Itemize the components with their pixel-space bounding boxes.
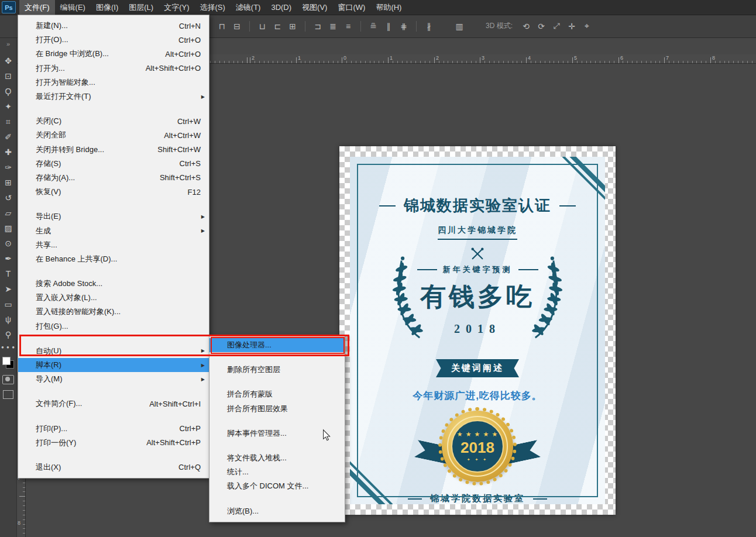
menu-item-close[interactable]: 关闭(C) Ctrl+W ▶	[18, 114, 209, 128]
submenu-item-flatten-all-layer-effects[interactable]: 拼合所有图层效果 ▶	[209, 402, 345, 416]
screen-mode-icon[interactable]	[3, 390, 13, 399]
distribute-vertical-centers-icon[interactable]: ≡	[342, 20, 355, 33]
move-tool[interactable]: ✥	[1, 53, 15, 68]
align-left-edges-icon[interactable]: ⊏	[271, 20, 284, 33]
foreground-color-swatch[interactable]	[2, 357, 11, 365]
menu-image[interactable]: 图像(I)	[91, 0, 123, 15]
align-vertical-centers-icon[interactable]: ⊟	[231, 20, 243, 33]
menu-item-print-one-copy[interactable]: 打印一份(Y) Alt+Shift+Ctrl+P ▶	[18, 436, 209, 450]
distribute-top-icon[interactable]: ≣	[327, 20, 339, 33]
marquee-tool[interactable]: ⊡	[1, 68, 15, 84]
submenu-item-statistics[interactable]: 统计... ▶	[209, 465, 345, 479]
submenu-item-browse[interactable]: 浏览(B)... ▶	[209, 504, 345, 518]
badge-medal: ★ ★ ★ ★ ★ 2018 ✦ ✦ ✦	[442, 411, 513, 482]
title-dash	[559, 205, 576, 206]
quick-selection-tool[interactable]: ✦	[1, 99, 15, 114]
submenu-item-delete-all-empty-layers[interactable]: 删除所有空图层 ▶	[209, 363, 345, 377]
3d-slide-icon[interactable]: ✛	[565, 20, 578, 33]
clone-stamp-tool[interactable]: ⊞	[1, 175, 15, 190]
align-right-edges-icon[interactable]: ⊐	[311, 20, 324, 33]
menu-item-scripts[interactable]: 脚本(R) ▶	[18, 358, 209, 372]
collapse-panels-icon[interactable]: »	[0, 38, 16, 50]
menu-item-print[interactable]: 打印(P)... Ctrl+P ▶	[18, 422, 209, 436]
menu-item-close-all[interactable]: 关闭全部 Alt+Ctrl+W ▶	[18, 128, 209, 142]
file-menu: 新建(N)... Ctrl+N ▶ 打开(O)... Ctrl+O ▶ 在 Br…	[18, 15, 209, 479]
lasso-tool[interactable]: Ϙ	[1, 84, 15, 99]
menu-item-open-as[interactable]: 打开为... Alt+Shift+Ctrl+O ▶	[18, 61, 209, 75]
menu-item-place-embedded[interactable]: 置入嵌入对象(L)... ▶	[18, 291, 209, 305]
menu-file[interactable]: 文件(F)	[19, 0, 55, 15]
menu-item-browse-in-bridge[interactable]: 在 Bridge 中浏览(B)... Alt+Ctrl+O ▶	[18, 47, 209, 61]
3d-rotate-icon[interactable]: ⟲	[520, 20, 532, 33]
distribute-right-icon[interactable]: ∦	[422, 20, 435, 33]
menu-item-search-adobe-stock[interactable]: 搜索 Adobe Stock... ▶	[18, 277, 209, 291]
menu-layer[interactable]: 图层(L)	[123, 0, 159, 15]
menu-item-share[interactable]: 共享... ▶	[18, 238, 209, 252]
distribute-horizontal-centers-icon[interactable]: ⋕	[397, 20, 410, 33]
zoom-tool[interactable]: ⚲	[1, 327, 15, 342]
eraser-tool[interactable]: ▱	[1, 205, 15, 221]
menu-item-generate[interactable]: 生成 ▶	[18, 223, 209, 237]
align-top-edges-icon[interactable]: ⊓	[215, 20, 228, 33]
submenu-item-load-files-into-stack[interactable]: 将文件载入堆栈... ▶	[209, 451, 345, 465]
hand-tool[interactable]: ψ	[1, 312, 15, 327]
quick-mask-icon[interactable]	[2, 375, 14, 384]
menu-item-close-and-go-to-bridge[interactable]: 关闭并转到 Bridge... Shift+Ctrl+W ▶	[18, 143, 209, 157]
document-artboard[interactable]: 锦城数据实验室认证 四川大学锦城学院	[339, 146, 616, 515]
menu-item-exit[interactable]: 退出(X) Ctrl+Q ▶	[18, 460, 209, 474]
menu-filter[interactable]: 滤镜(T)	[231, 0, 266, 15]
badge-small-stars: ✦ ✦ ✦	[467, 457, 489, 462]
menu-item-open[interactable]: 打开(O)... Ctrl+O ▶	[18, 33, 209, 47]
eyedropper-tool[interactable]: ✐	[1, 129, 15, 144]
pen-tool[interactable]: ✒	[1, 251, 15, 266]
ribbon-banner: 关键词阐述	[436, 359, 519, 377]
ruler-number: 3	[482, 55, 484, 61]
color-swatches[interactable]	[2, 356, 15, 369]
shape-tool[interactable]: ▭	[1, 297, 15, 312]
menu-item-open-as-smart-object[interactable]: 打开为智能对象... ▶	[18, 75, 209, 90]
menu-type[interactable]: 文字(Y)	[159, 0, 194, 15]
menu-edit[interactable]: 编辑(E)	[55, 0, 91, 15]
align-bottom-edges-icon[interactable]: ⊔	[256, 20, 269, 33]
blur-tool[interactable]: ⊙	[1, 236, 15, 251]
3d-pan-icon[interactable]: ⤢	[550, 20, 563, 33]
menu-item-export[interactable]: 导出(E) ▶	[18, 209, 209, 223]
3d-roll-icon[interactable]: ⟳	[535, 20, 548, 33]
menu-item-revert[interactable]: 恢复(V) F12 ▶	[18, 185, 209, 199]
menu-3d[interactable]: 3D(D)	[266, 0, 297, 15]
history-brush-tool[interactable]: ↺	[1, 190, 15, 205]
submenu-item-load-multiple-dicom-files[interactable]: 载入多个 DICOM 文件... ▶	[209, 479, 345, 493]
menu-item-share-on-behance[interactable]: 在 Behance 上共享(D)... ▶	[18, 252, 209, 266]
brush-tool[interactable]: ✑	[1, 160, 15, 175]
submenu-item-image-processor[interactable]: 图像处理器... ▶	[209, 338, 345, 352]
distribute-left-icon[interactable]: ∥	[382, 20, 395, 33]
edit-toolbar-icon[interactable]: ● ● ●	[1, 342, 15, 353]
menu-view[interactable]: 视图(V)	[297, 0, 332, 15]
menu-item-import[interactable]: 导入(M) ▶	[18, 372, 209, 386]
menu-item-save-as[interactable]: 存储为(A)... Shift+Ctrl+S ▶	[18, 171, 209, 185]
menu-item-new[interactable]: 新建(N)... Ctrl+N ▶	[18, 19, 209, 33]
ruler-number: 1	[298, 55, 301, 61]
distribute-bottom-icon[interactable]: ≞	[367, 20, 380, 33]
menu-item-automate[interactable]: 自动(U) ▶	[18, 344, 209, 358]
crop-tool[interactable]: ⌗	[1, 114, 15, 129]
menu-item-place-linked[interactable]: 置入链接的智能对象(K)... ▶	[18, 305, 209, 319]
menu-select[interactable]: 选择(S)	[194, 0, 230, 15]
path-selection-tool[interactable]: ➤	[1, 281, 15, 297]
menu-item-package[interactable]: 打包(G)... ▶	[18, 319, 209, 333]
menu-item-save[interactable]: 存储(S) Ctrl+S ▶	[18, 157, 209, 171]
menu-item-open-recent[interactable]: 最近打开文件(T) ▶	[18, 90, 209, 104]
3d-camera-icon[interactable]: ⌖	[580, 20, 593, 33]
certificate-title-row: 锦城数据实验室认证	[379, 195, 576, 216]
submenu-item-flatten-all-masks[interactable]: 拼合所有蒙版 ▶	[209, 387, 345, 401]
align-horizontal-centers-icon[interactable]: ⊞	[286, 20, 299, 33]
certificate-poster: 锦城数据实验室认证 四川大学锦城学院	[350, 157, 605, 504]
menu-help[interactable]: 帮助(H)	[370, 0, 407, 15]
type-tool[interactable]: T	[1, 266, 15, 281]
menu-window[interactable]: 窗口(W)	[332, 0, 370, 15]
healing-brush-tool[interactable]: ✚	[1, 144, 15, 160]
auto-align-layers-icon[interactable]: ▥	[453, 20, 466, 33]
menu-item-file-info[interactable]: 文件简介(F)... Alt+Shift+Ctrl+I ▶	[18, 397, 209, 411]
gradient-tool[interactable]: ▨	[1, 221, 15, 236]
photoshop-logo[interactable]: Ps	[2, 1, 16, 13]
